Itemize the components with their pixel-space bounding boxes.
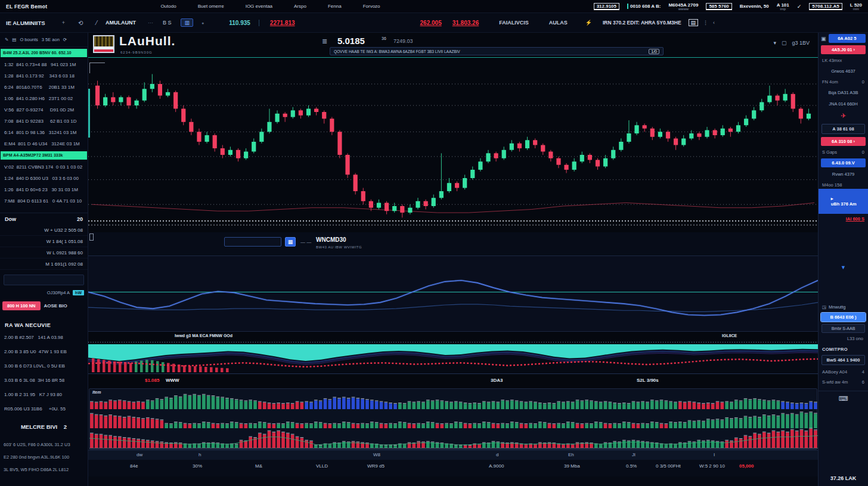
trade-row[interactable]: 7:08 841 D 92283 62 B1 03 1D [0, 116, 88, 127]
toolbar-label-b[interactable]: AULAS [549, 20, 568, 26]
chart-header: LAuHull. 6234-9B9N30G ≣ 5.0185 36 7249.0… [88, 33, 818, 58]
trade-row[interactable]: 7:M8 804 D 6113 61 0 4A 71 03 10 [0, 195, 88, 207]
folder-icon[interactable]: ▤ [12, 37, 16, 42]
chevron-down-icon[interactable]: ▾ [773, 40, 776, 46]
fn-row[interactable]: FN 4om 0 [819, 77, 868, 87]
commit-row-2[interactable]: S-wfd aw 4m 6 [819, 377, 868, 387]
trade-row[interactable]: 1:28 841 0.173 92 343 6 03 18 [0, 70, 88, 82]
ribbon-value-row: $1.085 WWW 3DA3 S2L 3/90s [88, 374, 818, 388]
menu-quote-4[interactable]: 585 5760 [706, 3, 731, 10]
refresh-icon[interactable]: ⟳ [63, 37, 67, 42]
indicator-search-row: ▦ — — WNCMD30 BW43 AU IBW WVIWITG [88, 232, 818, 256]
amount-box[interactable]: A 38 61 08 [822, 124, 865, 134]
loss-link[interactable]: IAI 600 S [819, 214, 868, 224]
menu-item[interactable]: IOG eventaa [246, 4, 272, 9]
highlighted-trade-row[interactable]: B4M 25.2.A3L 200 B5NV 60. 652.10 [1, 49, 87, 57]
window-icon[interactable]: ▣ [821, 36, 826, 42]
menu-quote-2[interactable]: 0010 608 A B: [627, 4, 661, 9]
trade-row[interactable]: 1:26 841 D 60×6 23 30 31 03 1M [0, 184, 88, 195]
dow-row[interactable]: W 1 84( 1 051.08 [0, 236, 88, 247]
dow-label: Dow [5, 216, 16, 222]
panel-grid-icon[interactable]: ▤ [689, 19, 699, 26]
chart-thumbnail[interactable] [93, 35, 114, 53]
menu-quote-8[interactable]: L 520mm [850, 2, 862, 11]
undo-icon[interactable]: ⟲ [78, 20, 83, 26]
price-value-red-3: 31.803.26 [452, 20, 479, 26]
indicator-search-input[interactable] [224, 237, 281, 247]
histogram-panel[interactable]: Item [89, 388, 817, 450]
alert-pink-button[interactable]: 800 H 100 NN [2, 301, 41, 310]
commit-amount-box[interactable]: BwS 464 1 9400 [822, 355, 865, 365]
sell-button[interactable]: 4A5.J0 01 › [821, 45, 866, 54]
chart-toolbar: IE ALUMINIITS + ⟲ ⁄ AMULAUNT ··· B S ▥ ●… [0, 13, 868, 33]
sell-button-2[interactable]: 6A 310 08 › [821, 137, 866, 146]
resize-handle[interactable] [89, 233, 94, 241]
toolbar-label-a[interactable]: FAIALIVCIS [499, 20, 529, 26]
scroll-down-icon[interactable]: ▼ [819, 263, 868, 272]
trade-row[interactable]: 1:06 841 0.280 H6 23T1 00 02 [0, 93, 88, 104]
dow-row[interactable]: M 1 691(1 092 08 [0, 258, 88, 270]
indicator-sub: BW43 AU IBW WVIWITG [316, 245, 362, 249]
secondary-button[interactable]: Bmbr S-AAB [822, 324, 865, 333]
collapse-left-icon[interactable]: ‹ [713, 20, 715, 26]
keyboard-icon[interactable]: ⌨ [819, 391, 868, 406]
line-tool-icon[interactable]: ⁄ [96, 20, 97, 26]
notify-icon[interactable]: ◳ [822, 304, 826, 310]
menu-item[interactable]: Buet omerre [198, 4, 224, 9]
trade-row[interactable]: 1:24 840 D 6300 U3 03 3 6 03 00 [0, 173, 88, 184]
trade-row[interactable]: E:M4 801 D 46 U34 3124E 03 1M [0, 138, 88, 149]
candlestick-chart[interactable] [88, 58, 818, 232]
position-row[interactable]: 1.00 B 2 31 95 K7 J 93 80 [0, 388, 88, 402]
tag-arrow-icon: ▸ [831, 196, 833, 201]
more-dots-icon[interactable]: ··· [148, 20, 153, 26]
kebab-menu-icon[interactable]: ⋮ [703, 20, 708, 26]
dow-section-header: Dow 20 [0, 213, 88, 225]
price-tag[interactable]: ▸ uBh 376 Am [819, 189, 868, 214]
menu-item[interactable]: Forvozo [363, 4, 380, 9]
menu-quote-7[interactable]: 5708.112.A5 [809, 3, 842, 10]
caption-badge[interactable]: 1/0 [649, 49, 659, 54]
commit-row-1[interactable]: AABoey A04 4 [819, 367, 868, 377]
oscillator-panel[interactable] [88, 256, 818, 332]
pencil-icon[interactable]: ✎ [5, 37, 8, 42]
bs-label[interactable]: B S [163, 20, 172, 26]
ribbon-indicator-panel[interactable] [88, 341, 818, 374]
layout-label[interactable]: g3 1BV [792, 40, 810, 46]
trade-row[interactable]: V:56 827 0-93274 D91 0D 2M [0, 104, 88, 116]
position-row[interactable]: 2.00 B #2.507 141 A 03.98 [0, 331, 88, 345]
dow-row[interactable]: W L 0921 988 60 [0, 247, 88, 258]
menu-item[interactable]: Arspo [294, 4, 306, 9]
dow-row[interactable]: W + U32 2 505 08 [0, 225, 88, 236]
indicator-grid-button[interactable]: ▦ [285, 237, 296, 247]
send-plane-icon[interactable]: ✈ [819, 110, 868, 122]
trade-row[interactable]: V:02 8211 CVBN3 174 0 03 1 03 02 [0, 161, 88, 173]
selected-order-button[interactable]: B 6643 E06 ) [821, 313, 866, 322]
sidebar-input[interactable] [4, 275, 84, 285]
position-row[interactable]: 3.03 B 6 3L 08 3H 16 8R 58 [0, 373, 88, 388]
position-row[interactable]: R05.006 U3 31B6 +0U. 55 [0, 402, 88, 416]
copy-icon[interactable]: ▢ [782, 40, 787, 46]
position-row[interactable]: 3.00 B 6 D73 L0VL, 0 5U EB [0, 359, 88, 373]
menu-quote-3[interactable]: M6045A 2709wwww [668, 2, 698, 11]
menu-quote-6[interactable]: A 101imp [777, 2, 789, 11]
bolt-icon[interactable]: ⚡ [585, 20, 592, 26]
list-icon[interactable]: ≣ [322, 38, 327, 45]
trade-row[interactable]: 1:32 841 0.73×4 88 941 023 1M [0, 59, 88, 70]
menu-item[interactable]: Outodo [160, 4, 176, 9]
thumbnail-band-red [94, 49, 113, 53]
position-row[interactable]: 2.00 B 3 85 U0 47W 1 93 EB [0, 345, 88, 359]
trade-row[interactable]: 6:24 801&0.70T6 20B1 33 1M [0, 82, 88, 93]
buy-button-2[interactable]: 6.43.0 09.V [821, 158, 866, 167]
live-chip[interactable]: hW [73, 290, 84, 295]
gaps-row[interactable]: S Gaps 0 [819, 147, 868, 157]
trade-row[interactable]: 6:14 801 D 98 L36 31241 03 1M [0, 127, 88, 138]
menu-quote-1[interactable]: 312.9105 [594, 3, 619, 10]
menu-item[interactable]: Fenna [328, 4, 342, 9]
buy2-row: 6.43.0 09.V [819, 157, 868, 169]
instrument-label[interactable]: AMULAUNT [106, 20, 136, 26]
chart-type-button[interactable]: ▥ [181, 18, 193, 27]
buy-button[interactable]: 6A A02 5 [829, 34, 866, 43]
menu-quote-5[interactable]: Bxevenin, 50 [740, 4, 769, 9]
add-symbol-button[interactable]: + [62, 20, 65, 26]
highlighted-trade-row-2[interactable]: BPM A4-A35M2P72 3M31 333k [1, 151, 87, 160]
